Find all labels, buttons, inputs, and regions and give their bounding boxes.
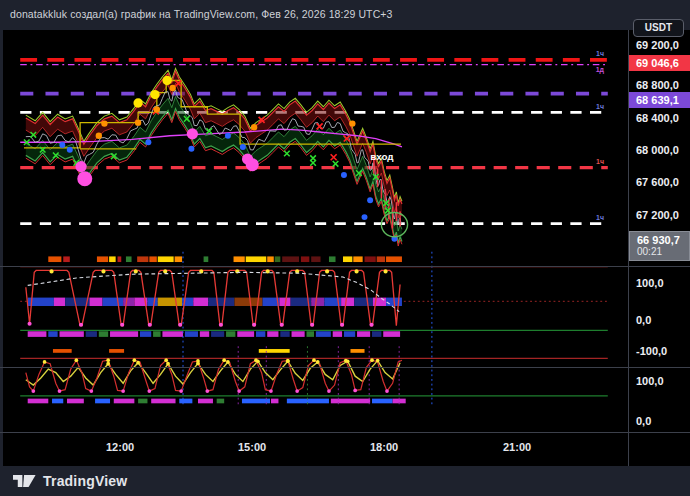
tradingview-logo-text: TradingView [43,473,127,489]
level-timeframe-tag: 1д [596,66,605,74]
tradingview-logo[interactable]: TradingView [13,472,127,490]
price-level-badge-purple: 68 639,1 [629,92,690,108]
entry-text-annotation[interactable]: вход [370,151,394,162]
pane1-separator[interactable] [0,266,690,267]
chart-plot-area[interactable]: 1ч1д1ч1ч1чвход [0,30,628,466]
price-level-badge-red: 69 046,6 [629,55,690,71]
last-price-value: 66 930,7 [637,234,689,246]
time-axis[interactable]: 12:0015:0018:0021:00 [0,432,628,466]
tradingview-logo-icon [13,472,36,490]
bar-countdown: 00:21 [637,246,689,258]
top-attribution-bar: donatakkluk создал(а) график на TradingV… [0,0,690,30]
level-timeframe-tag: 1ч [596,50,604,57]
attribution-text: donatakkluk создал(а) график на TradingV… [10,8,393,20]
price-tick-label: 68 400,0 [636,112,679,124]
time-tick-label: 12:00 [106,441,134,453]
price-tick-label: 67 200,0 [636,209,679,221]
level-timeframe-tag: 1ч [596,103,604,110]
level-timeframe-tag: 1ч [596,158,604,165]
indicator-tick-label: 100,0 [636,375,664,387]
time-tick-label: 18:00 [370,441,398,453]
indicator-tick-label: 0,0 [636,314,651,326]
time-tick-label: 21:00 [503,441,531,453]
price-tick-label: 67 600,0 [636,176,679,188]
indicator-tick-label: 100,0 [636,277,664,289]
pane2-separator[interactable] [0,367,690,368]
price-axis[interactable]: 69 046,6 68 639,1 66 930,7 00:21 69 200,… [629,30,690,432]
bottom-brand-bar: TradingView [0,466,690,496]
price-tick-label: 68 000,0 [636,144,679,156]
last-price-badge: 66 930,7 00:21 [629,231,690,261]
indicator-tick-label: 0,0 [636,415,651,427]
price-tick-label: 68 800,0 [636,79,679,91]
time-tick-label: 15:00 [238,441,266,453]
indicator-tick-label: -100,0 [636,345,667,357]
price-tick-label: 69 200,0 [636,39,679,51]
currency-toggle-button[interactable]: USDT [633,19,684,37]
level-timeframe-tag: 1ч [596,214,604,221]
